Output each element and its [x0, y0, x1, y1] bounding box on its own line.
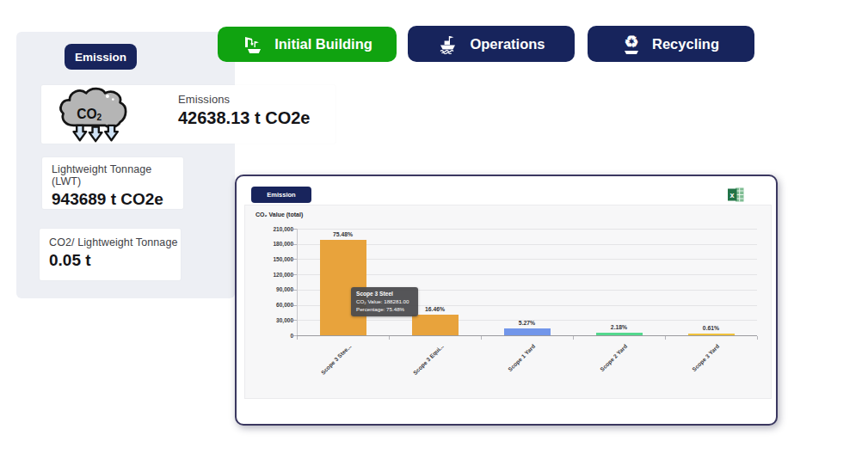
excel-export-icon[interactable]: x — [728, 187, 744, 202]
y-tick-label: 120,000 — [264, 272, 293, 278]
co2-per-lwt-card-value: 0.05 t — [49, 251, 181, 270]
chart-gridline — [297, 229, 757, 230]
tab-operations[interactable]: Operations — [408, 26, 575, 62]
y-tick-label: 60,000 — [264, 302, 293, 308]
x-tick-mark — [573, 336, 574, 340]
lwt-card-value: 943689 t CO2e — [52, 190, 183, 209]
tab-recycling[interactable]: ♻ Recycling — [588, 26, 754, 62]
y-tick-label: 210,000 — [264, 226, 293, 232]
tab-recycling-label: Recycling — [652, 36, 719, 52]
chart-window-badge[interactable]: Emission — [251, 187, 311, 203]
x-tick-mark — [665, 336, 666, 340]
chart-tooltip: Scope 3 Steel CO₂ Value: 188281.00 Perce… — [351, 287, 418, 316]
bar-chart: CO₂ Value (total) 210,000180,000150,0001… — [244, 205, 772, 399]
emission-panel-badge: Emission — [65, 44, 137, 70]
emissions-card-label: Emissions — [178, 93, 310, 106]
bar-scope-1-yard[interactable] — [504, 328, 551, 335]
lwt-card-label: Lightweight Tonnage (LWT) — [52, 163, 183, 187]
bar-scope-3-yard[interactable] — [688, 334, 735, 335]
x-tick-mark — [757, 336, 758, 340]
co2-cloud-icon: CO2 — [57, 86, 138, 143]
y-tick-label: 180,000 — [264, 241, 293, 247]
x-category-label: Scope 1 Yard — [507, 343, 536, 372]
bar-scope-3-equi[interactable] — [412, 315, 459, 335]
tooltip-percent-line: Percentage: 75.48% — [356, 306, 413, 312]
y-tick-label: 90,000 — [264, 286, 293, 292]
x-tick-mark — [389, 336, 390, 340]
emission-chart-window: Emission x CO₂ Value (total) 210,000180,… — [235, 175, 778, 426]
chart-gridline — [297, 335, 757, 336]
bar-percent-label: 5.27% — [519, 320, 535, 326]
chart-plot-area: 210,000180,000150,000120,00090,00060,000… — [245, 205, 773, 400]
bar-percent-label: 0.61% — [703, 325, 719, 331]
x-tick-mark — [297, 336, 298, 340]
x-category-label: Scope 3 Equi... — [411, 343, 444, 376]
y-tick-label: 30,000 — [264, 317, 293, 323]
tab-initial-building[interactable]: Initial Building — [218, 27, 397, 62]
bar-percent-label: 16.46% — [425, 306, 445, 312]
recycle-ship-icon: ♻ — [624, 34, 638, 50]
x-category-label: Scope 3 Yard — [691, 343, 720, 372]
tooltip-title: Scope 3 Steel — [356, 291, 413, 297]
chart-y-axis — [297, 229, 298, 335]
x-category-label: Scope 3 Stee... — [320, 343, 353, 376]
svg-text:x: x — [729, 191, 734, 199]
tooltip-value-line: CO₂ Value: 188281.00 — [356, 298, 413, 304]
bar-percent-label: 2.18% — [611, 324, 627, 330]
recycle-hull-icon — [623, 50, 640, 55]
y-tick-label: 0 — [264, 333, 293, 339]
chart-window-badge-label: Emission — [267, 191, 295, 199]
x-tick-mark — [481, 336, 482, 340]
co2-per-lwt-card: CO2/ Lightweight Tonnage 0.05 t — [40, 229, 181, 280]
emission-panel-badge-label: Emission — [75, 51, 126, 64]
y-tick-label: 150,000 — [264, 256, 293, 262]
ship-waves-icon — [437, 34, 458, 54]
tab-operations-label: Operations — [470, 36, 545, 52]
bar-percent-label: 75.48% — [333, 231, 353, 237]
x-category-label: Scope 2 Yard — [599, 343, 628, 372]
co2-per-lwt-card-label: CO2/ Lightweight Tonnage — [49, 236, 181, 248]
crane-ship-icon — [242, 35, 262, 54]
emissions-card-value: 42638.13 t CO2e — [178, 108, 310, 128]
bar-scope-2-yard[interactable] — [596, 333, 643, 335]
lwt-card: Lightweight Tonnage (LWT) 943689 t CO2e — [42, 157, 183, 209]
tab-initial-building-label: Initial Building — [274, 36, 372, 52]
